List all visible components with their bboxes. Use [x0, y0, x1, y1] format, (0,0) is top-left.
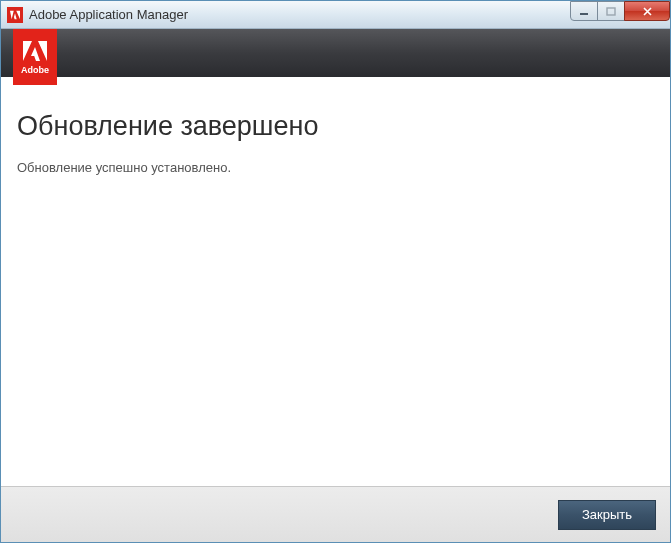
adobe-logo: Adobe — [13, 29, 57, 85]
status-message: Обновление успешно установлено. — [17, 160, 654, 175]
close-button[interactable] — [624, 1, 670, 21]
app-icon — [7, 7, 23, 23]
maximize-button — [597, 1, 625, 21]
svg-rect-1 — [607, 8, 615, 15]
titlebar[interactable]: Adobe Application Manager — [1, 1, 670, 29]
minimize-button[interactable] — [570, 1, 598, 21]
window-controls — [571, 1, 670, 21]
svg-rect-0 — [580, 13, 588, 15]
application-window: Adobe Application Manager Adobe Обновлен… — [0, 0, 671, 543]
page-heading: Обновление завершено — [17, 111, 654, 142]
adobe-logo-text: Adobe — [21, 65, 49, 75]
header-bar: Adobe — [1, 29, 670, 77]
window-title: Adobe Application Manager — [29, 7, 188, 22]
footer: Закрыть — [1, 486, 670, 542]
close-dialog-button[interactable]: Закрыть — [558, 500, 656, 530]
content-area: Обновление завершено Обновление успешно … — [1, 77, 670, 486]
